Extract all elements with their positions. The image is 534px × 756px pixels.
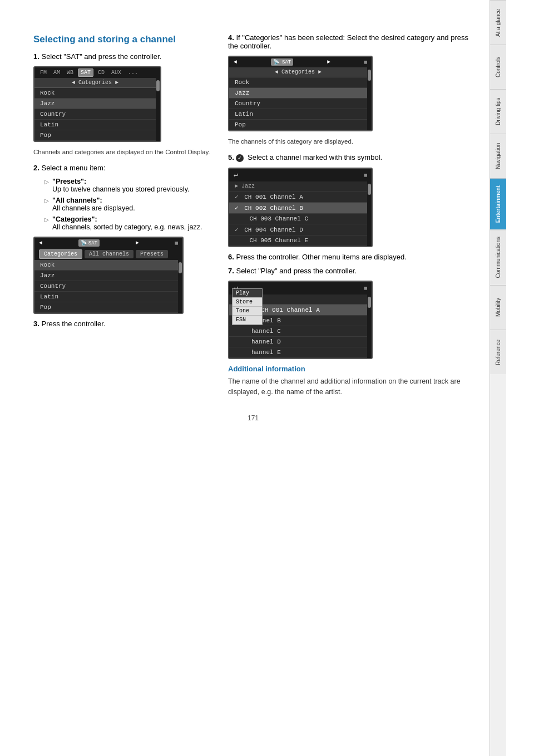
screen3-scrollbar-thumb: [368, 70, 371, 81]
screen3-item-rock: Rock: [229, 77, 367, 88]
screen4-topbar: ↩ ▦: [229, 169, 372, 181]
caption-1: Channels and categories are displayed on…: [33, 148, 211, 157]
screen2-scrollbar: [178, 260, 182, 313]
sidebar-tab-reference[interactable]: Reference: [490, 330, 506, 374]
screen3-item-latin: Latin: [229, 109, 367, 120]
screen2-nav-left: ◄: [39, 240, 42, 246]
check-ch002: ✓: [235, 205, 239, 212]
step-5-number: 5.: [228, 153, 234, 161]
fm-tab: FM: [38, 69, 49, 76]
triangle-icon-2: ▷: [44, 198, 49, 212]
checkmark-circle-icon: ✓: [236, 154, 244, 162]
triangle-icon-3: ▷: [44, 217, 49, 231]
screen3-nav-left: ◄: [234, 59, 237, 65]
screen1-header: ◄ Categories ►: [34, 78, 156, 88]
sidebar-tab-controls[interactable]: Controls: [490, 45, 506, 89]
screen1-item-jazz: Jazz: [34, 99, 156, 109]
step-3: 3. Press the controller.: [33, 320, 211, 328]
step-2: 2. Select a menu item:: [33, 164, 211, 172]
sub-item-categories-detail: All channels, sorted by category, e.g. n…: [52, 223, 202, 231]
screen2-scrollbar-thumb: [179, 262, 182, 273]
screen3-content: ◄ Categories ► Rock Jazz Country Latin P…: [229, 67, 372, 130]
page-number: 171: [33, 414, 473, 422]
step-4-number: 4.: [228, 33, 234, 42]
screen2-tab-presets: Presets: [136, 250, 168, 258]
screen4-item-ch004: ✓ CH 004 Channel D: [229, 224, 367, 235]
screen5-scrollbar: [367, 294, 372, 358]
screen4-list: ► Jazz ✓ CH 001 Channel A ✓ CH 002 Chann…: [229, 181, 367, 246]
screen4-item-ch003: CH 003 Channel C: [229, 214, 367, 224]
right-column: 4. If "Categories" has been selected: Se…: [228, 33, 473, 397]
sidebar-tab-driving-tips[interactable]: Driving tips: [490, 89, 506, 134]
screen4-scrollbar: [367, 181, 372, 246]
more-tab: ...: [126, 69, 140, 76]
sub-item-presets-title: "Presets":: [52, 178, 86, 185]
additional-info-text: The name of the channel and additional i…: [228, 376, 473, 397]
sidebar-tab-communications[interactable]: Communications: [490, 229, 506, 284]
screen2-tabs: Categories All channels Presets: [34, 248, 182, 260]
screen2-signal: ▦: [175, 240, 178, 246]
screen3-item-pop: Pop: [229, 120, 367, 130]
additional-info-title: Additional information: [228, 365, 473, 373]
screen2-content: Rock Jazz Country Latin Pop: [34, 260, 182, 313]
sub-item-allchannels-title: "All channels":: [52, 197, 102, 204]
screen1-scrollbar-thumb: [156, 80, 160, 91]
right-sidebar: At a glance Controls Driving tips Naviga…: [490, 0, 506, 756]
step-4-text: If "Categories" has been selected: Selec…: [228, 33, 468, 50]
screen1-item-country: Country: [34, 109, 156, 120]
screen-4: ↩ ▦ ► Jazz ✓ CH 001 Channel A ✓ CH 002 C…: [228, 168, 373, 247]
sub-item-categories-content: "Categories": All channels, sorted by ca…: [52, 215, 211, 231]
screen3-scrollbar: [367, 67, 372, 130]
screen2-item-latin: Latin: [34, 292, 178, 302]
step-6-number: 6.: [228, 253, 234, 261]
sub-item-categories: ▷ "Categories": All channels, sorted by …: [44, 215, 211, 231]
menu-item-store: Store: [233, 298, 262, 307]
step-2-number: 2.: [33, 164, 39, 172]
screen2-list: Rock Jazz Country Latin Pop: [34, 260, 178, 313]
step-1-text: Select "SAT" and press the controller.: [41, 52, 161, 61]
screen5-scrollbar-thumb: [368, 297, 371, 308]
screen1-item-pop: Pop: [34, 130, 156, 141]
menu-item-esn: ESN: [233, 316, 262, 325]
screen4-item-ch005: CH 005 Channel E: [229, 235, 367, 246]
screen3-item-jazz: Jazz: [229, 88, 367, 99]
screen3-list: ◄ Categories ► Rock Jazz Country Latin P…: [229, 67, 367, 130]
sub-items-block: ▷ "Presets": Up to twelve channels you s…: [44, 178, 211, 231]
sub-item-presets-detail: Up to twelve channels you stored previou…: [52, 185, 189, 193]
wb-tab: WB: [65, 69, 76, 76]
sidebar-tab-navigation[interactable]: Navigation: [490, 134, 506, 178]
screen2-sat: 📡 SAT: [78, 239, 100, 247]
screen4-scrollbar-thumb: [368, 184, 371, 195]
step-6: 6. Press the controller. Other menu item…: [228, 253, 473, 261]
screen2-item-jazz: Jazz: [34, 271, 178, 281]
left-column: Selecting and storing a channel 1. Selec…: [33, 33, 211, 397]
additional-info-block: Additional information The name of the c…: [228, 365, 473, 397]
screen3-nav-right: ►: [327, 59, 330, 65]
screen2-sat-icon: 📡: [81, 240, 87, 246]
screen1-list: ◄ Categories ► Rock Jazz Country Latin P…: [34, 78, 156, 141]
screen4-signal: ▦: [364, 172, 367, 178]
screen5-item-ch004: hannel D: [229, 337, 367, 347]
screen5-item-ch005: hannel E: [229, 347, 367, 358]
step-4: 4. If "Categories" has been selected: Se…: [228, 33, 473, 50]
screen-2: ◄ 📡 SAT ► ▦ Categories All channels Pres…: [33, 237, 184, 314]
step-7: 7. Select "Play" and press the controlle…: [228, 267, 473, 275]
sidebar-tab-mobility[interactable]: Mobility: [490, 285, 506, 330]
step-6-text: Press the controller. Other menu items a…: [236, 253, 406, 261]
sidebar-tab-entertainment[interactable]: Entertainment: [490, 178, 506, 229]
screen3-signal: ▦: [364, 59, 367, 65]
screen2-item-country: Country: [34, 281, 178, 292]
screen3-topbar: ◄ 📡 SAT ► ▦: [229, 57, 372, 67]
screen4-jazz-header: ► Jazz: [229, 181, 367, 192]
menu-item-tone: Tone: [233, 307, 262, 316]
sub-item-allchannels-detail: All channels are displayed.: [52, 204, 135, 212]
screen2-sat-label: SAT: [88, 240, 97, 246]
sidebar-tab-at-a-glance[interactable]: At a glance: [490, 0, 506, 45]
triangle-icon-1: ▷: [44, 179, 49, 193]
screen5-signal: ▦: [364, 285, 367, 291]
screen1-content: ◄ Categories ► Rock Jazz Country Latin P…: [34, 78, 160, 141]
back-icon-4: ↩: [234, 170, 238, 180]
step-2-text: Select a menu item:: [41, 164, 105, 172]
screen1-item-rock: Rock: [34, 88, 156, 99]
cd-tab: CD: [96, 69, 107, 76]
